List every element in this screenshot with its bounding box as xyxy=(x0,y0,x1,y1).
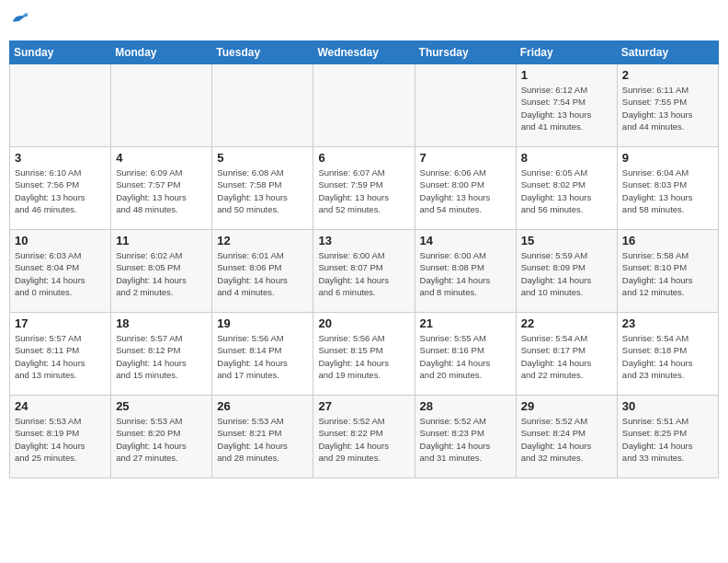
day-info: Sunrise: 6:10 AM Sunset: 7:56 PM Dayligh… xyxy=(15,167,106,215)
logo-bird-icon xyxy=(9,9,29,33)
calendar-week-1: 1Sunrise: 6:12 AM Sunset: 7:54 PM Daylig… xyxy=(10,64,719,147)
day-number: 19 xyxy=(217,316,308,330)
day-number: 2 xyxy=(622,68,713,82)
day-number: 3 xyxy=(15,151,106,165)
day-info: Sunrise: 6:02 AM Sunset: 8:05 PM Dayligh… xyxy=(116,249,207,298)
day-number: 20 xyxy=(318,316,409,330)
day-info: Sunrise: 5:58 AM Sunset: 8:10 PM Dayligh… xyxy=(622,249,713,298)
day-info: Sunrise: 5:53 AM Sunset: 8:19 PM Dayligh… xyxy=(15,415,106,464)
day-info: Sunrise: 6:03 AM Sunset: 8:04 PM Dayligh… xyxy=(15,249,106,298)
calendar-cell: 4Sunrise: 6:09 AM Sunset: 7:57 PM Daylig… xyxy=(111,147,212,230)
day-info: Sunrise: 5:52 AM Sunset: 8:24 PM Dayligh… xyxy=(521,415,612,464)
weekday-header-monday: Monday xyxy=(111,41,212,64)
day-number: 6 xyxy=(318,151,409,165)
day-number: 22 xyxy=(521,316,612,330)
calendar-cell: 5Sunrise: 6:08 AM Sunset: 7:58 PM Daylig… xyxy=(212,147,313,230)
day-number: 25 xyxy=(116,399,207,413)
day-info: Sunrise: 6:09 AM Sunset: 7:57 PM Dayligh… xyxy=(116,167,207,215)
day-number: 16 xyxy=(622,234,713,247)
calendar-cell: 20Sunrise: 5:56 AM Sunset: 8:15 PM Dayli… xyxy=(313,313,415,396)
calendar-cell: 7Sunrise: 6:06 AM Sunset: 8:00 PM Daylig… xyxy=(415,147,516,230)
calendar-cell: 2Sunrise: 6:11 AM Sunset: 7:55 PM Daylig… xyxy=(617,64,718,147)
day-number: 30 xyxy=(622,399,713,413)
calendar-cell: 1Sunrise: 6:12 AM Sunset: 7:54 PM Daylig… xyxy=(516,64,617,147)
calendar-cell xyxy=(212,64,313,147)
day-number: 5 xyxy=(217,151,308,165)
day-number: 17 xyxy=(15,316,106,330)
calendar-cell: 22Sunrise: 5:54 AM Sunset: 8:17 PM Dayli… xyxy=(516,313,617,396)
calendar-cell: 15Sunrise: 5:59 AM Sunset: 8:09 PM Dayli… xyxy=(516,230,617,313)
day-info: Sunrise: 5:53 AM Sunset: 8:21 PM Dayligh… xyxy=(217,415,308,464)
calendar-cell: 24Sunrise: 5:53 AM Sunset: 8:19 PM Dayli… xyxy=(10,396,111,478)
calendar-cell: 29Sunrise: 5:52 AM Sunset: 8:24 PM Dayli… xyxy=(516,396,617,478)
day-info: Sunrise: 5:57 AM Sunset: 8:11 PM Dayligh… xyxy=(15,332,106,381)
calendar-table: SundayMondayTuesdayWednesdayThursdayFrid… xyxy=(9,40,719,478)
calendar-cell xyxy=(313,64,415,147)
logo xyxy=(9,9,33,33)
day-number: 8 xyxy=(521,151,612,165)
day-info: Sunrise: 5:55 AM Sunset: 8:16 PM Dayligh… xyxy=(420,332,511,381)
day-info: Sunrise: 5:53 AM Sunset: 8:20 PM Dayligh… xyxy=(116,415,207,464)
day-number: 29 xyxy=(521,399,612,413)
day-number: 4 xyxy=(116,151,207,165)
calendar-week-4: 17Sunrise: 5:57 AM Sunset: 8:11 PM Dayli… xyxy=(10,313,719,396)
day-number: 24 xyxy=(15,399,106,413)
day-number: 12 xyxy=(217,234,308,247)
calendar-cell: 18Sunrise: 5:57 AM Sunset: 8:12 PM Dayli… xyxy=(111,313,212,396)
day-info: Sunrise: 5:54 AM Sunset: 8:18 PM Dayligh… xyxy=(622,332,713,381)
calendar-cell: 26Sunrise: 5:53 AM Sunset: 8:21 PM Dayli… xyxy=(212,396,313,478)
day-number: 9 xyxy=(622,151,713,165)
day-info: Sunrise: 6:01 AM Sunset: 8:06 PM Dayligh… xyxy=(217,249,308,298)
day-number: 1 xyxy=(521,68,612,82)
day-info: Sunrise: 6:12 AM Sunset: 7:54 PM Dayligh… xyxy=(521,84,612,132)
day-info: Sunrise: 5:56 AM Sunset: 8:15 PM Dayligh… xyxy=(318,332,409,381)
day-info: Sunrise: 5:52 AM Sunset: 8:23 PM Dayligh… xyxy=(420,415,511,464)
day-number: 10 xyxy=(15,234,106,247)
calendar-cell xyxy=(111,64,212,147)
calendar-cell: 6Sunrise: 6:07 AM Sunset: 7:59 PM Daylig… xyxy=(313,147,415,230)
calendar-cell: 25Sunrise: 5:53 AM Sunset: 8:20 PM Dayli… xyxy=(111,396,212,478)
weekday-header-tuesday: Tuesday xyxy=(212,41,313,64)
calendar-cell: 30Sunrise: 5:51 AM Sunset: 8:25 PM Dayli… xyxy=(617,396,718,478)
day-number: 18 xyxy=(116,316,207,330)
calendar-cell: 9Sunrise: 6:04 AM Sunset: 8:03 PM Daylig… xyxy=(617,147,718,230)
day-info: Sunrise: 6:00 AM Sunset: 8:07 PM Dayligh… xyxy=(318,249,409,298)
weekday-header-thursday: Thursday xyxy=(415,41,516,64)
day-info: Sunrise: 6:05 AM Sunset: 8:02 PM Dayligh… xyxy=(521,167,612,215)
calendar-cell: 28Sunrise: 5:52 AM Sunset: 8:23 PM Dayli… xyxy=(415,396,516,478)
calendar-cell: 19Sunrise: 5:56 AM Sunset: 8:14 PM Dayli… xyxy=(212,313,313,396)
day-info: Sunrise: 5:54 AM Sunset: 8:17 PM Dayligh… xyxy=(521,332,612,381)
calendar-cell: 14Sunrise: 6:00 AM Sunset: 8:08 PM Dayli… xyxy=(415,230,516,313)
calendar-week-2: 3Sunrise: 6:10 AM Sunset: 7:56 PM Daylig… xyxy=(10,147,719,230)
calendar-cell: 23Sunrise: 5:54 AM Sunset: 8:18 PM Dayli… xyxy=(617,313,718,396)
day-info: Sunrise: 6:07 AM Sunset: 7:59 PM Dayligh… xyxy=(318,167,409,215)
calendar-body: 1Sunrise: 6:12 AM Sunset: 7:54 PM Daylig… xyxy=(10,64,719,478)
calendar-cell: 11Sunrise: 6:02 AM Sunset: 8:05 PM Dayli… xyxy=(111,230,212,313)
day-info: Sunrise: 6:06 AM Sunset: 8:00 PM Dayligh… xyxy=(420,167,511,215)
weekday-header-saturday: Saturday xyxy=(617,41,718,64)
day-number: 15 xyxy=(521,234,612,247)
calendar-cell: 21Sunrise: 5:55 AM Sunset: 8:16 PM Dayli… xyxy=(415,313,516,396)
day-info: Sunrise: 6:00 AM Sunset: 8:08 PM Dayligh… xyxy=(420,249,511,298)
calendar-cell: 17Sunrise: 5:57 AM Sunset: 8:11 PM Dayli… xyxy=(10,313,111,396)
weekday-header-sunday: Sunday xyxy=(10,41,111,64)
day-number: 14 xyxy=(420,234,511,247)
calendar-cell xyxy=(10,64,111,147)
day-info: Sunrise: 5:59 AM Sunset: 8:09 PM Dayligh… xyxy=(521,249,612,298)
day-info: Sunrise: 6:08 AM Sunset: 7:58 PM Dayligh… xyxy=(217,167,308,215)
page-header xyxy=(9,9,719,33)
day-info: Sunrise: 6:04 AM Sunset: 8:03 PM Dayligh… xyxy=(622,167,713,215)
day-number: 7 xyxy=(420,151,511,165)
day-info: Sunrise: 6:11 AM Sunset: 7:55 PM Dayligh… xyxy=(622,84,713,132)
day-number: 21 xyxy=(420,316,511,330)
day-info: Sunrise: 5:51 AM Sunset: 8:25 PM Dayligh… xyxy=(622,415,713,464)
day-number: 28 xyxy=(420,399,511,413)
day-info: Sunrise: 5:52 AM Sunset: 8:22 PM Dayligh… xyxy=(318,415,409,464)
calendar-cell: 27Sunrise: 5:52 AM Sunset: 8:22 PM Dayli… xyxy=(313,396,415,478)
calendar-cell: 12Sunrise: 6:01 AM Sunset: 8:06 PM Dayli… xyxy=(212,230,313,313)
day-info: Sunrise: 5:56 AM Sunset: 8:14 PM Dayligh… xyxy=(217,332,308,381)
calendar-cell: 8Sunrise: 6:05 AM Sunset: 8:02 PM Daylig… xyxy=(516,147,617,230)
day-number: 11 xyxy=(116,234,207,247)
weekday-header-row: SundayMondayTuesdayWednesdayThursdayFrid… xyxy=(10,41,719,64)
day-info: Sunrise: 5:57 AM Sunset: 8:12 PM Dayligh… xyxy=(116,332,207,381)
